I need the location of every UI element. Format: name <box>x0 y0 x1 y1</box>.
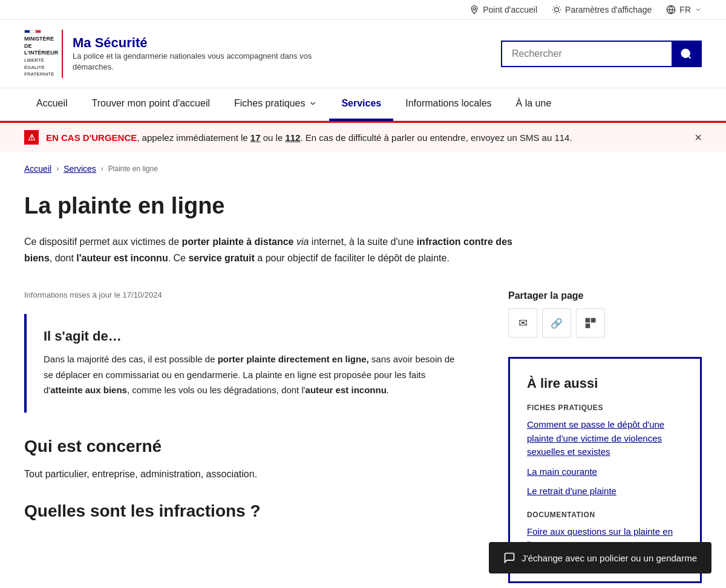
callout-box: Il s'agit de… Dans la majorité des cas, … <box>24 314 479 413</box>
sidebar-fiches-section: FICHES PRATIQUES Comment se passe le dép… <box>527 403 683 498</box>
french-flag <box>24 30 41 33</box>
svg-line-5 <box>559 12 560 13</box>
emergency-prefix: EN CAS D'URGENCE <box>46 132 137 143</box>
callout-text: Dans la majorité des cas, il est possibl… <box>44 351 462 398</box>
parametres-link[interactable]: Paramètres d'affichage <box>552 5 652 15</box>
nav-item-trouver[interactable]: Trouver mon point d'accueil <box>80 88 222 121</box>
chevron-down-icon <box>309 99 317 108</box>
emergency-text: EN CAS D'URGENCE, appelez immédiatement … <box>46 132 572 143</box>
svg-rect-17 <box>587 320 589 322</box>
sun-icon <box>552 5 561 15</box>
chat-button[interactable]: J'échange avec un policier ou un gendarm… <box>489 542 711 573</box>
emergency-number-112[interactable]: 112 <box>285 132 300 143</box>
breadcrumb-separator-1: › <box>56 165 59 173</box>
qr-icon <box>584 317 597 329</box>
sidebar-fiches-label: FICHES PRATIQUES <box>527 403 683 412</box>
flag-white <box>30 30 36 33</box>
header: MINISTÈRE DE L'INTÉRIEUR Liberté Égalité… <box>0 20 726 88</box>
search-icon <box>680 48 692 60</box>
globe-icon <box>666 5 676 15</box>
nav-item-fiches[interactable]: Fiches pratiques <box>222 88 329 121</box>
emergency-banner: ⚠ EN CAS D'URGENCE, appelez immédiatemen… <box>0 121 726 152</box>
callout-title: Il s'agit de… <box>44 328 462 344</box>
top-bar: Point d'accueil Paramètres d'affichage F… <box>0 0 726 20</box>
meta-info: Informations mises à jour le 17/10/2024 <box>24 290 479 299</box>
site-subtitle: La police et la gendarmerie nationales v… <box>73 51 327 73</box>
search-input[interactable] <box>502 42 672 65</box>
emergency-icon: ⚠ <box>24 130 39 145</box>
nav-item-une[interactable]: À la une <box>504 88 564 121</box>
language-button[interactable]: FR <box>666 5 702 15</box>
breadcrumb: Accueil › Services › Plainte en ligne <box>0 152 726 178</box>
ministry-logo: MINISTÈRE DE L'INTÉRIEUR Liberté Égalité… <box>24 30 63 78</box>
brand: MINISTÈRE DE L'INTÉRIEUR Liberté Égalité… <box>24 30 327 78</box>
share-qr-button[interactable] <box>576 309 605 338</box>
share-buttons: ✉ 🔗 <box>508 309 702 338</box>
page-title: La plainte en ligne <box>24 193 520 219</box>
site-title: Ma Sécurité <box>73 35 327 51</box>
svg-line-13 <box>688 56 691 59</box>
svg-line-8 <box>554 12 554 13</box>
emergency-content: ⚠ EN CAS D'URGENCE, appelez immédiatemen… <box>24 130 572 145</box>
section1-title: Qui est concerné <box>24 437 479 456</box>
sidebar-link-violences[interactable]: Comment se passe le dépôt d'une plainte … <box>527 418 683 459</box>
svg-point-1 <box>555 8 559 12</box>
sidebar-link-retrait[interactable]: Le retrait d'une plainte <box>527 485 683 498</box>
location-icon <box>469 5 479 15</box>
section1-text: Tout particulier, entreprise, administra… <box>24 466 479 482</box>
section2-title: Quelles sont les infractions ? <box>24 501 479 521</box>
brand-text: Ma Sécurité La police et la gendarmerie … <box>73 35 327 73</box>
share-link-button[interactable]: 🔗 <box>542 309 571 338</box>
flag-blue <box>25 30 30 33</box>
link-icon: 🔗 <box>551 318 563 329</box>
main-nav: Accueil Trouver mon point d'accueil Fich… <box>0 88 726 121</box>
chat-label: J'échange avec un policier ou un gendarm… <box>522 553 697 563</box>
search-button[interactable] <box>672 42 701 66</box>
svg-point-12 <box>682 50 690 57</box>
svg-line-9 <box>559 7 560 7</box>
svg-rect-19 <box>587 325 589 327</box>
content-main: Informations mises à jour le 17/10/2024 … <box>24 290 479 583</box>
side-card-title: À lire aussi <box>527 376 683 391</box>
page-intro: Ce dispositif permet aux victimes de por… <box>24 234 520 266</box>
emergency-close-button[interactable]: × <box>695 131 702 145</box>
svg-line-4 <box>554 7 554 7</box>
nav-item-accueil[interactable]: Accueil <box>24 88 80 121</box>
search-box <box>501 41 702 67</box>
emergency-number-17[interactable]: 17 <box>250 132 261 143</box>
breadcrumb-services[interactable]: Services <box>64 164 96 174</box>
breadcrumb-current: Plainte en ligne <box>108 165 158 173</box>
ministry-name: MINISTÈRE DE L'INTÉRIEUR Liberté Égalité… <box>24 36 58 78</box>
nav-item-informations[interactable]: Informations locales <box>393 88 503 121</box>
svg-point-0 <box>473 8 476 10</box>
content-sidebar: Partager la page ✉ 🔗 <box>508 290 702 583</box>
email-icon: ✉ <box>518 316 528 330</box>
share-section: Partager la page ✉ 🔗 <box>508 290 702 338</box>
chevron-down-icon <box>695 6 702 13</box>
nav-item-services[interactable]: Services <box>329 88 393 121</box>
flag-red <box>36 30 41 33</box>
breadcrumb-separator-2: › <box>101 165 103 173</box>
svg-rect-18 <box>592 320 594 322</box>
breadcrumb-accueil[interactable]: Accueil <box>24 164 51 174</box>
page-hero: La plainte en ligne Ce dispositif permet… <box>0 178 544 290</box>
sidebar-docs-label: DOCUMENTATION <box>527 511 683 519</box>
point-accueil-link[interactable]: Point d'accueil <box>469 5 537 15</box>
share-email-button[interactable]: ✉ <box>508 309 537 338</box>
sidebar-link-main-courante[interactable]: La main courante <box>527 465 683 479</box>
chat-icon <box>503 552 515 564</box>
share-title: Partager la page <box>508 290 702 301</box>
